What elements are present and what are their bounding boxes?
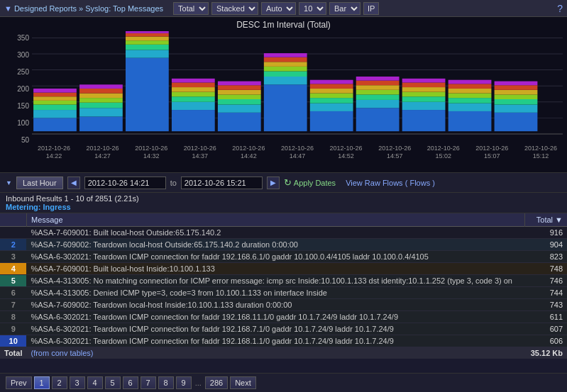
svg-rect-26 [126, 33, 169, 37]
help-button[interactable]: ? [557, 3, 563, 14]
row-total: 916 [524, 227, 567, 239]
total-conv[interactable]: (from conv tables) [26, 347, 524, 359]
svg-rect-17 [79, 98, 123, 103]
svg-rect-70 [448, 111, 492, 131]
next-page-button[interactable]: Next [230, 376, 256, 389]
svg-rect-59 [356, 90, 400, 95]
chart-svg [32, 31, 563, 145]
page-9-button[interactable]: 9 [176, 376, 192, 389]
flows-link[interactable]: ( Flows ) [405, 179, 435, 187]
svg-rect-50 [310, 103, 353, 111]
total-label: Total [0, 347, 26, 359]
chart-title: DESC 1m Interval (Total) [0, 17, 567, 31]
row-total: 606 [524, 335, 567, 347]
results-count: Inbound Results 1 - 10 of 2851 (2.21s) [6, 194, 139, 203]
svg-rect-12 [33, 93, 77, 97]
raw-flows-label: View Raw Flows [346, 179, 403, 187]
svg-rect-34 [172, 79, 215, 83]
row-num: 8 [0, 311, 26, 323]
breadcrumb: ▼ Designed Reports » Syslog: Top Message… [4, 4, 163, 13]
page-7-button[interactable]: 7 [141, 376, 156, 389]
prev-time-button[interactable]: ◀ [67, 177, 80, 189]
page-3-button[interactable]: 3 [70, 376, 85, 389]
row-total: 744 [524, 287, 567, 299]
row-num: 10 [0, 335, 26, 347]
row-message: %ASA-4-313005: Denied ICMP type=3, code=… [26, 287, 524, 299]
ip-button[interactable]: IP [363, 2, 379, 15]
page-4-button[interactable]: 4 [87, 376, 103, 389]
prev-page-button[interactable]: Prev [6, 376, 32, 389]
svg-rect-65 [402, 96, 446, 102]
page-6-button[interactable]: 6 [123, 376, 138, 389]
header-bar: ▼ Designed Reports » Syslog: Top Message… [0, 0, 567, 17]
page-8-button[interactable]: 8 [158, 376, 174, 389]
table-row: 7%ASA-7-609002: Teardown local-host Insi… [0, 299, 567, 311]
svg-rect-83 [495, 82, 538, 86]
last-page-button[interactable]: 286 [205, 376, 228, 389]
svg-rect-8 [33, 110, 77, 118]
next-time-button[interactable]: ▶ [267, 177, 280, 189]
svg-rect-48 [264, 53, 307, 57]
results-info: Inbound Results 1 - 10 of 2851 (2.21s) M… [0, 193, 567, 213]
svg-rect-16 [79, 103, 123, 108]
y-label-300: 300 [17, 51, 29, 59]
chart-select[interactable]: Bar [329, 2, 360, 15]
svg-rect-18 [79, 94, 123, 99]
row-num: 4 [0, 263, 26, 275]
apply-dates-button[interactable]: ↻ Apply Dates [284, 177, 336, 188]
svg-rect-10 [33, 101, 77, 105]
svg-rect-37 [218, 99, 261, 105]
page-1-button[interactable]: 1 [34, 376, 50, 389]
last-hour-button[interactable]: Last Hour [16, 177, 63, 189]
svg-rect-32 [172, 87, 215, 92]
svg-rect-66 [402, 92, 446, 97]
svg-rect-52 [310, 94, 353, 99]
svg-rect-49 [310, 111, 353, 131]
svg-rect-36 [218, 105, 261, 113]
header-controls: Total Stacked Auto 10 Bar IP [173, 2, 379, 15]
svg-rect-73 [448, 94, 492, 99]
row-num: 5 [0, 275, 26, 287]
triangle-icon: ▼ [6, 179, 12, 186]
date-to-input[interactable] [181, 177, 263, 189]
svg-rect-64 [402, 102, 446, 110]
svg-rect-80 [495, 94, 538, 99]
table-row: 3%ASA-6-302021: Teardown ICMP connection… [0, 251, 567, 263]
stack-select[interactable]: Stacked [211, 2, 258, 15]
table-row: 2%ASA-7-609002: Teardown local-host Outs… [0, 239, 567, 251]
row-total: 743 [524, 299, 567, 311]
page-5-button[interactable]: 5 [105, 376, 121, 389]
row-message: %ASA-7-609001: Built local-host Outside:… [26, 227, 524, 239]
table-row: 5%ASA-4-313005: No matching connection f… [0, 275, 567, 287]
row-num: 6 [0, 287, 26, 299]
row-message: %ASA-6-302021: Teardown ICMP connection … [26, 251, 524, 263]
svg-rect-51 [310, 98, 353, 103]
row-message: %ASA-7-609001: Built local-host Inside:1… [26, 263, 524, 275]
svg-rect-82 [495, 85, 538, 90]
type-select[interactable]: Total [173, 2, 209, 15]
svg-rect-23 [126, 45, 169, 50]
svg-rect-72 [448, 98, 492, 103]
page-2-button[interactable]: 2 [52, 376, 67, 389]
x-label-2: 2012-10-2614:27 [82, 145, 123, 160]
metering-label: Metering: Ingress [6, 203, 71, 211]
svg-rect-75 [448, 84, 492, 89]
col-total: Total ▼ [524, 213, 567, 227]
svg-rect-24 [126, 40, 169, 45]
date-from-input[interactable] [84, 177, 166, 189]
x-label-5: 2012-10-2614:42 [228, 145, 269, 160]
svg-rect-21 [126, 58, 169, 132]
svg-rect-68 [402, 82, 446, 87]
svg-rect-55 [310, 80, 353, 84]
svg-rect-74 [448, 89, 492, 94]
svg-rect-46 [264, 62, 307, 67]
svg-rect-19 [79, 89, 123, 94]
row-total: 611 [524, 311, 567, 323]
raw-flows-link[interactable]: View Raw Flows ( Flows ) [346, 179, 435, 187]
y-label-150: 150 [17, 102, 29, 110]
y-label-50: 50 [21, 136, 29, 144]
svg-rect-31 [172, 92, 215, 97]
svg-rect-76 [448, 80, 492, 84]
num-select[interactable]: 10 [299, 2, 326, 15]
auto-select[interactable]: Auto [261, 2, 296, 15]
